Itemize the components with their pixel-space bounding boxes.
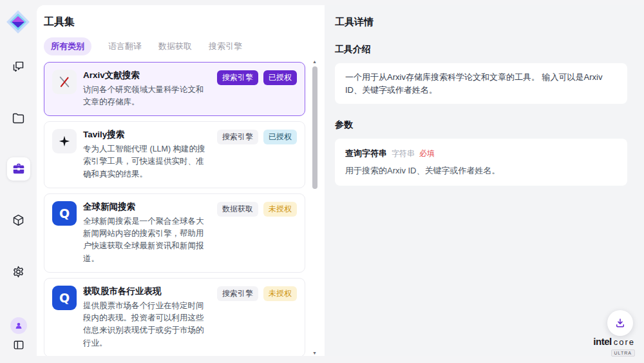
intel-brand-text: intel xyxy=(593,337,611,346)
intel-core-logo: intel core ultra xyxy=(593,337,635,357)
scrollbar-down-arrow[interactable]: ▼ xyxy=(312,351,317,355)
app-window: 工具集 所有类别 语言翻译 数据获取 搜索引擎 A xyxy=(0,0,644,363)
juhe-q-icon: Q xyxy=(52,286,77,310)
tab-all-categories[interactable]: 所有类别 xyxy=(44,37,91,55)
category-badge: 数据获取 xyxy=(217,202,258,217)
tab-search-engine[interactable]: 搜索引擎 xyxy=(209,41,242,52)
intro-heading: 工具介绍 xyxy=(335,44,627,55)
toolset-title: 工具集 xyxy=(44,15,325,29)
tool-description: 提供股票市场各个行业在特定时间段内的表现。投资者可以利用这些信息来识别表现优于或… xyxy=(83,300,211,350)
tool-description: 全球新闻搜索是一个聚合全球各大新闻网站内容的搜索引擎，帮助用户快速获取全球最新资… xyxy=(83,215,211,266)
param-type: 字符串 xyxy=(392,148,415,159)
sidebar-item-files[interactable] xyxy=(7,106,30,130)
sidebar-item-settings[interactable] xyxy=(7,260,30,283)
param-name: 查询字符串 xyxy=(345,148,387,159)
tool-title: Arxiv文献搜索 xyxy=(83,70,211,81)
tool-description: 访问各个研究领域大量科学论文和文章的存储库。 xyxy=(83,84,211,109)
sidebar-item-tools[interactable] xyxy=(7,157,30,181)
main-panel: 工具集 所有类别 语言翻译 数据获取 搜索引擎 A xyxy=(37,5,644,356)
download-button[interactable] xyxy=(607,310,633,336)
category-badge: 搜索引擎 xyxy=(217,286,258,301)
tool-card-sector-performance[interactable]: Q 获取股市各行业表现 提供股票市场各个行业在特定时间段内的表现。投资者可以利用… xyxy=(44,278,305,356)
parameter-card: 查询字符串 字符串 必填 用于搜索的Arxiv ID、关键字或作者姓名。 xyxy=(335,139,627,186)
left-rail xyxy=(0,0,37,363)
auth-status-badge: 已授权 xyxy=(263,130,297,144)
auth-status-badge: 未授权 xyxy=(263,202,297,217)
toolset-section: 工具集 所有类别 语言翻译 数据获取 搜索引擎 A xyxy=(37,5,325,356)
auth-status-badge: 未授权 xyxy=(263,286,297,301)
sidebar-item-packages[interactable] xyxy=(7,208,30,231)
core-brand-text: core xyxy=(614,338,635,346)
tool-details-section: 工具详情 工具介绍 一个用于从Arxiv存储库搜索科学论文和文章的工具。 输入可… xyxy=(325,5,644,356)
app-logo-icon xyxy=(5,9,31,35)
download-icon xyxy=(614,317,626,329)
param-description: 用于搜索的Arxiv ID、关键字或作者姓名。 xyxy=(345,165,617,177)
intro-text: 一个用于从Arxiv存储库搜索科学论文和文章的工具。 输入可以是Arxiv ID… xyxy=(335,63,627,104)
tab-translation[interactable]: 语言翻译 xyxy=(108,41,142,52)
auth-status-badge: 已授权 xyxy=(263,70,297,85)
category-tabs: 所有类别 语言翻译 数据获取 搜索引擎 xyxy=(44,37,325,55)
details-title: 工具详情 xyxy=(335,16,627,28)
tab-data-fetch[interactable]: 数据获取 xyxy=(158,41,192,52)
tool-title: Tavily搜索 xyxy=(83,129,211,141)
cpu-tier-badge: ultra xyxy=(611,349,635,357)
scrollbar-up-arrow[interactable]: ▲ xyxy=(312,59,317,64)
arxiv-logo-icon xyxy=(52,70,77,94)
category-badge: 搜索引擎 xyxy=(217,70,258,85)
collapse-panel-icon[interactable] xyxy=(7,333,30,357)
avatar-person-icon xyxy=(10,317,27,334)
tool-card-global-news[interactable]: Q 全球新闻搜索 全球新闻搜索是一个聚合全球各大新闻网站内容的搜索引擎，帮助用户… xyxy=(44,193,305,273)
tool-card-list: Arxiv文献搜索 访问各个研究领域大量科学论文和文章的存储库。 搜索引擎 已授… xyxy=(44,62,305,356)
param-required-flag: 必填 xyxy=(419,148,435,159)
tavily-star-icon xyxy=(52,129,77,153)
tool-title: 全球新闻搜索 xyxy=(83,201,211,213)
sidebar-item-chat[interactable] xyxy=(7,54,30,77)
juhe-q-icon: Q xyxy=(52,201,77,226)
scrollbar-thumb[interactable] xyxy=(312,66,317,189)
params-heading: 参数 xyxy=(335,119,627,131)
tool-description: 专为人工智能代理 (LLM) 构建的搜索引擎工具，可快速提供实时、准确和真实的结… xyxy=(83,143,211,181)
category-badge: 搜索引擎 xyxy=(217,130,258,144)
tool-card-tavily[interactable]: Tavily搜索 专为人工智能代理 (LLM) 构建的搜索引擎工具，可快速提供实… xyxy=(44,121,305,188)
tool-card-arxiv[interactable]: Arxiv文献搜索 访问各个研究领域大量科学论文和文章的存储库。 搜索引擎 已授… xyxy=(44,62,305,116)
tool-title: 获取股市各行业表现 xyxy=(83,286,211,297)
